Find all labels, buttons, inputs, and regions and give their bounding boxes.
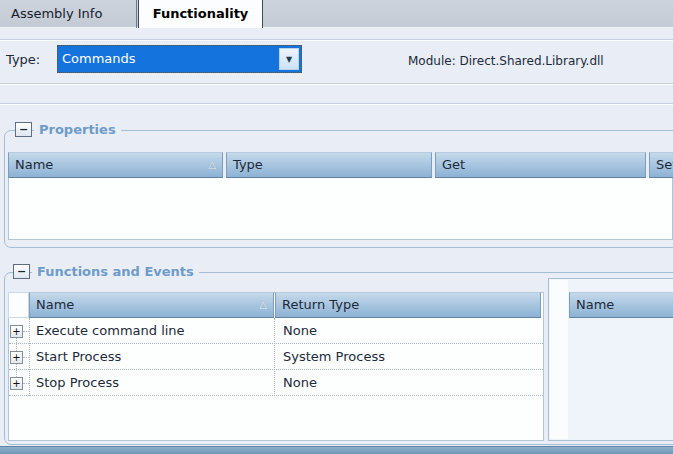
function-row-start-process[interactable]: Start Process System Process [9, 344, 543, 370]
function-row-execute-command-line[interactable]: Execute command line None [9, 318, 543, 344]
function-name-cell: Stop Process [36, 370, 280, 395]
functionality-window: Assembly Info Functionality Type: Comman… [0, 0, 673, 454]
properties-column-header-name[interactable]: Name△ [8, 152, 223, 178]
type-dropdown[interactable]: Commands ▼ [57, 45, 302, 73]
grid-column-divider [274, 318, 275, 396]
tab-functionality[interactable]: Functionality [138, 0, 263, 28]
tree-connector-line [23, 331, 29, 332]
separator-line [0, 103, 673, 105]
column-header-label: Name [15, 157, 53, 172]
separator-line [0, 39, 673, 41]
module-info: Module: Direct.Shared.Library.dll [408, 53, 604, 69]
type-label: Type: [6, 52, 40, 68]
tree-connector-line [23, 357, 29, 358]
grid-column-divider [29, 318, 30, 396]
bottom-status-bar [0, 446, 673, 454]
properties-column-header-set[interactable]: Set [649, 152, 673, 178]
chevron-down-icon: ▼ [280, 49, 298, 70]
properties-group-title: Properties [34, 122, 121, 138]
functions-column-header-name[interactable]: Name△ [29, 292, 274, 318]
properties-column-header-get[interactable]: Get [435, 152, 646, 178]
expand-button[interactable]: + [10, 325, 23, 338]
tab-assembly-info[interactable]: Assembly Info [0, 0, 137, 28]
function-return-type-cell: None [283, 370, 538, 395]
parameters-gutter [550, 280, 568, 439]
expand-button[interactable]: + [10, 351, 23, 364]
separator-line [0, 83, 673, 85]
function-name-cell: Execute command line [36, 318, 280, 343]
function-return-type-cell: None [283, 318, 538, 343]
functions-header-gutter [8, 292, 29, 318]
properties-grid-body [8, 178, 673, 240]
functions-group-title: Functions and Events [32, 264, 199, 280]
sort-ascending-icon: △ [259, 293, 267, 317]
column-header-label: Name [36, 297, 74, 312]
function-return-type-cell: System Process [283, 344, 538, 369]
type-dropdown-button[interactable]: ▼ [279, 48, 299, 70]
properties-column-header-type[interactable]: Type [226, 152, 432, 178]
sort-ascending-icon: △ [208, 153, 216, 177]
functions-collapse-button[interactable]: − [13, 264, 30, 279]
functions-column-header-return-type[interactable]: Return Type [275, 292, 541, 318]
function-name-cell: Start Process [36, 344, 280, 369]
tab-strip: Assembly Info Functionality [0, 0, 673, 28]
properties-collapse-button[interactable]: − [15, 122, 32, 137]
function-row-stop-process[interactable]: Stop Process None [9, 370, 543, 396]
expand-button[interactable]: + [10, 377, 23, 390]
module-label: Module: [408, 54, 456, 68]
module-value: Direct.Shared.Library.dll [460, 54, 604, 68]
type-dropdown-value: Commands [62, 46, 277, 72]
tree-connector-line [23, 383, 29, 384]
parameters-column-header-name[interactable]: Name [569, 292, 673, 318]
